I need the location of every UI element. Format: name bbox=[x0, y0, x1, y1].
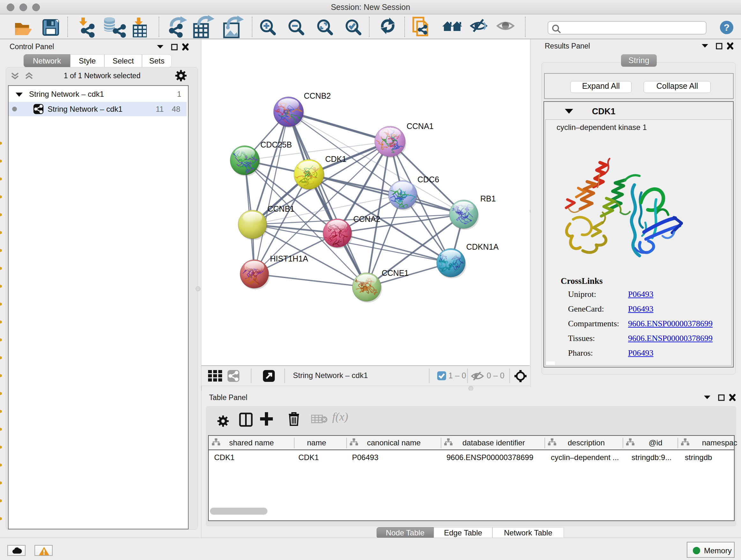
svg-text:HIST1H1A: HIST1H1A bbox=[270, 254, 308, 263]
svg-text:CDC25B: CDC25B bbox=[260, 140, 292, 149]
svg-text:RB1: RB1 bbox=[480, 194, 496, 203]
svg-text:CDK1: CDK1 bbox=[325, 154, 347, 164]
svg-text:CCNA2: CCNA2 bbox=[353, 214, 381, 224]
svg-text:CCNA1: CCNA1 bbox=[407, 122, 434, 131]
svg-text:CCNB1: CCNB1 bbox=[267, 204, 294, 213]
svg-text:CCNB2: CCNB2 bbox=[304, 91, 331, 100]
svg-text:CDKN1A: CDKN1A bbox=[466, 242, 499, 251]
svg-text:CCNE1: CCNE1 bbox=[382, 268, 409, 277]
svg-text:?: ? bbox=[724, 22, 730, 33]
svg-text:CDC6: CDC6 bbox=[417, 175, 439, 184]
